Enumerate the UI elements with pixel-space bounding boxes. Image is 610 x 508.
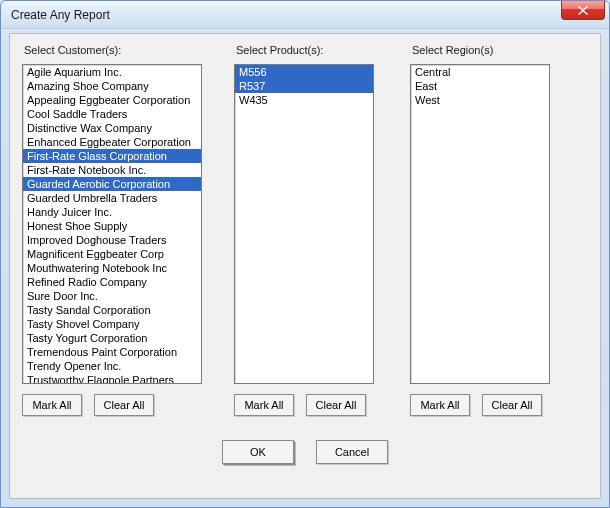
products-item[interactable]: R537 [235, 79, 373, 93]
customers-item[interactable]: Tasty Shovel Company [23, 317, 201, 331]
customers-item[interactable]: Tasty Sandal Corporation [23, 303, 201, 317]
customers-item[interactable]: Trendy Opener Inc. [23, 359, 201, 373]
customers-item[interactable]: Refined Radio Company [23, 275, 201, 289]
customers-item[interactable]: Honest Shoe Supply [23, 219, 201, 233]
dialog-body: Select Customer(s): Agile Aquarium Inc.A… [9, 33, 601, 499]
regions-label: Select Region(s) [410, 44, 550, 56]
close-button[interactable] [561, 1, 605, 20]
products-item[interactable]: M556 [235, 65, 373, 79]
customers-label: Select Customer(s): [22, 44, 202, 56]
regions-item[interactable]: East [411, 79, 549, 93]
customers-item[interactable]: Cool Saddle Traders [23, 107, 201, 121]
customers-item[interactable]: Appealing Eggbeater Corporation [23, 93, 201, 107]
regions-item[interactable]: Central [411, 65, 549, 79]
regions-mark-all-button[interactable]: Mark All [410, 394, 470, 416]
regions-clear-all-button[interactable]: Clear All [482, 394, 542, 416]
customers-item[interactable]: Tasty Yogurt Corporation [23, 331, 201, 345]
customers-column: Select Customer(s): Agile Aquarium Inc.A… [22, 44, 202, 416]
products-column: Select Product(s): M556R537W435 Mark All… [234, 44, 374, 416]
customers-listbox[interactable]: Agile Aquarium Inc.Amazing Shoe CompanyA… [22, 64, 202, 384]
ok-button[interactable]: OK [222, 440, 294, 464]
dialog-footer: OK Cancel [22, 440, 588, 464]
products-clear-all-button[interactable]: Clear All [306, 394, 366, 416]
products-label: Select Product(s): [234, 44, 374, 56]
customers-mark-all-button[interactable]: Mark All [22, 394, 82, 416]
customers-item[interactable]: Guarded Umbrella Traders [23, 191, 201, 205]
dialog-window: Create Any Report Select Customer(s): Ag… [0, 0, 610, 508]
customers-item[interactable]: Agile Aquarium Inc. [23, 65, 201, 79]
customers-item[interactable]: Mouthwatering Notebook Inc [23, 261, 201, 275]
customers-item[interactable]: Improved Doghouse Traders [23, 233, 201, 247]
window-title: Create Any Report [11, 8, 110, 22]
customers-item[interactable]: Guarded Aerobic Corporation [23, 177, 201, 191]
close-icon [578, 6, 588, 15]
titlebar[interactable]: Create Any Report [1, 1, 609, 29]
regions-item[interactable]: West [411, 93, 549, 107]
customers-item[interactable]: First-Rate Notebook Inc. [23, 163, 201, 177]
regions-column: Select Region(s) CentralEastWest Mark Al… [410, 44, 550, 416]
customers-item[interactable]: Enhanced Eggbeater Corporation [23, 135, 201, 149]
customers-item[interactable]: Distinctive Wax Company [23, 121, 201, 135]
customers-item[interactable]: Amazing Shoe Company [23, 79, 201, 93]
products-listbox[interactable]: M556R537W435 [234, 64, 374, 384]
products-item[interactable]: W435 [235, 93, 373, 107]
cancel-button[interactable]: Cancel [316, 440, 388, 464]
customers-item[interactable]: Magnificent Eggbeater Corp [23, 247, 201, 261]
customers-item[interactable]: Handy Juicer Inc. [23, 205, 201, 219]
regions-listbox[interactable]: CentralEastWest [410, 64, 550, 384]
products-mark-all-button[interactable]: Mark All [234, 394, 294, 416]
customers-item[interactable]: Sure Door Inc. [23, 289, 201, 303]
customers-item[interactable]: First-Rate Glass Corporation [23, 149, 201, 163]
customers-item[interactable]: Trustworthy Flagpole Partners [23, 373, 201, 384]
customers-clear-all-button[interactable]: Clear All [94, 394, 154, 416]
customers-item[interactable]: Tremendous Paint Corporation [23, 345, 201, 359]
